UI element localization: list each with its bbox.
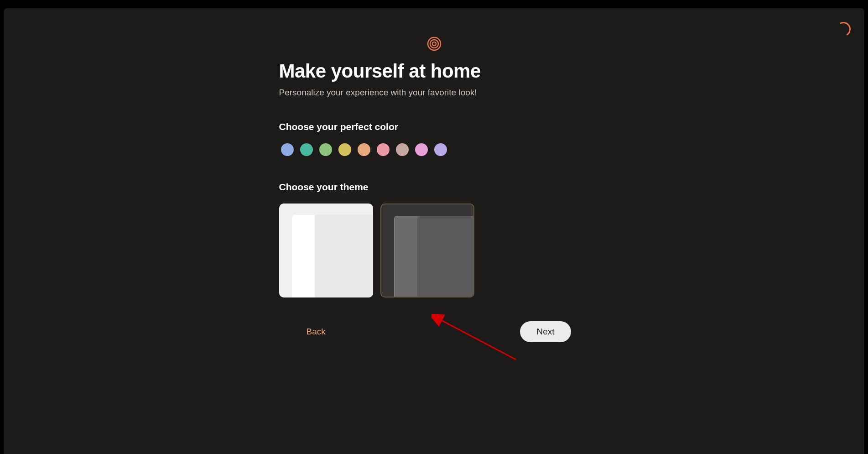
svg-point-1 <box>430 40 438 48</box>
color-swatch-mauve[interactable] <box>396 143 409 156</box>
page-subtitle: Personalize your experience with your fa… <box>279 88 589 98</box>
theme-section-label: Choose your theme <box>279 182 589 193</box>
color-swatch-pink[interactable] <box>377 143 390 156</box>
color-swatch-orange[interactable] <box>358 143 370 156</box>
color-swatch-blue[interactable] <box>281 143 294 156</box>
color-swatch-teal[interactable] <box>300 143 313 156</box>
app-logo-icon <box>427 37 442 51</box>
back-button[interactable]: Back <box>297 321 335 342</box>
svg-point-2 <box>432 42 436 46</box>
color-swatch-green[interactable] <box>319 143 332 156</box>
theme-option-dark[interactable] <box>380 204 474 297</box>
page-title: Make yourself at home <box>279 60 589 82</box>
next-button[interactable]: Next <box>520 321 571 342</box>
color-swatch-yellow[interactable] <box>338 143 351 156</box>
navigation-buttons: Back Next <box>279 321 589 342</box>
color-swatch-magenta[interactable] <box>415 143 428 156</box>
color-options-row <box>279 143 589 156</box>
content-area: Make yourself at home Personalize your e… <box>279 37 589 342</box>
theme-option-light[interactable] <box>279 204 373 297</box>
loading-spinner-icon <box>836 22 851 37</box>
color-section-label: Choose your perfect color <box>279 121 589 132</box>
onboarding-window: Make yourself at home Personalize your e… <box>4 8 864 454</box>
theme-options-row <box>279 204 589 297</box>
color-swatch-purple[interactable] <box>434 143 447 156</box>
